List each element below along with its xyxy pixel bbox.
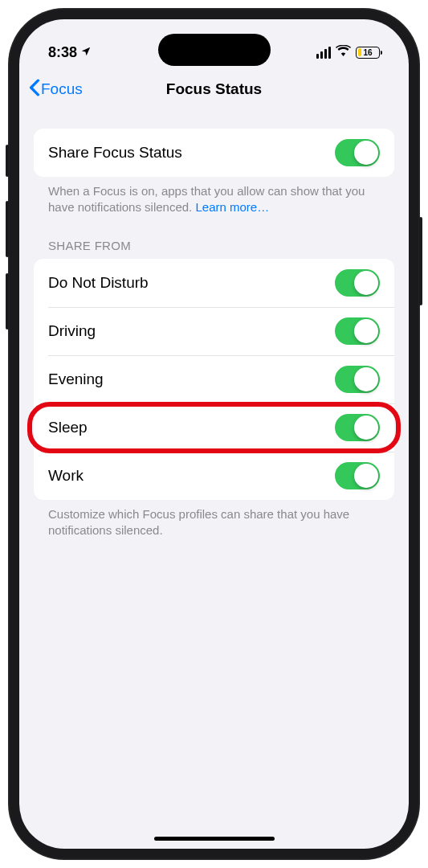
profile-label: Sleep: [48, 419, 88, 436]
profile-toggle-dnd[interactable]: [335, 269, 380, 297]
share-status-group: Share Focus Status: [34, 129, 394, 177]
share-from-header: SHARE FROM: [34, 216, 394, 259]
phone-screen: 8:38 16: [19, 19, 409, 849]
profile-toggle-driving[interactable]: [335, 317, 380, 345]
share-focus-status-toggle[interactable]: [335, 139, 380, 166]
profile-label: Evening: [48, 371, 104, 388]
volume-down-button: [6, 273, 9, 330]
status-time: 8:38: [48, 44, 77, 61]
share-focus-status-row: Share Focus Status: [34, 129, 394, 177]
profile-row-driving: Driving: [34, 307, 394, 355]
profiles-group: Do Not Disturb Driving Evening Sleep: [34, 259, 394, 500]
profile-toggle-work[interactable]: [335, 462, 380, 489]
profile-toggle-evening[interactable]: [335, 366, 380, 393]
home-indicator[interactable]: [154, 837, 275, 841]
profile-row-work: Work: [34, 452, 394, 500]
chevron-left-icon: [29, 78, 40, 100]
profiles-footer: Customize which Focus profiles can share…: [34, 500, 394, 539]
back-button[interactable]: Focus: [29, 78, 83, 100]
share-status-footer: When a Focus is on, apps that you allow …: [34, 177, 394, 216]
location-icon: [80, 46, 92, 59]
back-label: Focus: [41, 80, 83, 98]
profile-toggle-sleep[interactable]: [335, 414, 380, 441]
volume-up-button: [6, 201, 9, 257]
profile-label: Do Not Disturb: [48, 274, 149, 292]
cellular-icon: [316, 47, 331, 59]
profile-row-evening: Evening: [34, 355, 394, 403]
battery-icon: 16: [356, 47, 380, 59]
profile-label: Driving: [48, 322, 96, 340]
learn-more-link[interactable]: Learn more…: [195, 200, 269, 214]
phone-frame: 8:38 16: [8, 8, 420, 860]
share-focus-status-label: Share Focus Status: [48, 144, 182, 162]
wifi-icon: [336, 44, 351, 60]
power-button: [419, 217, 422, 305]
profile-label: Work: [48, 467, 84, 485]
page-title: Focus Status: [166, 80, 262, 98]
profile-row-dnd: Do Not Disturb: [34, 259, 394, 307]
nav-bar: Focus Focus Status: [19, 69, 409, 109]
mute-switch: [6, 145, 9, 177]
profile-row-sleep: Sleep: [34, 403, 394, 452]
dynamic-island: [158, 34, 271, 66]
